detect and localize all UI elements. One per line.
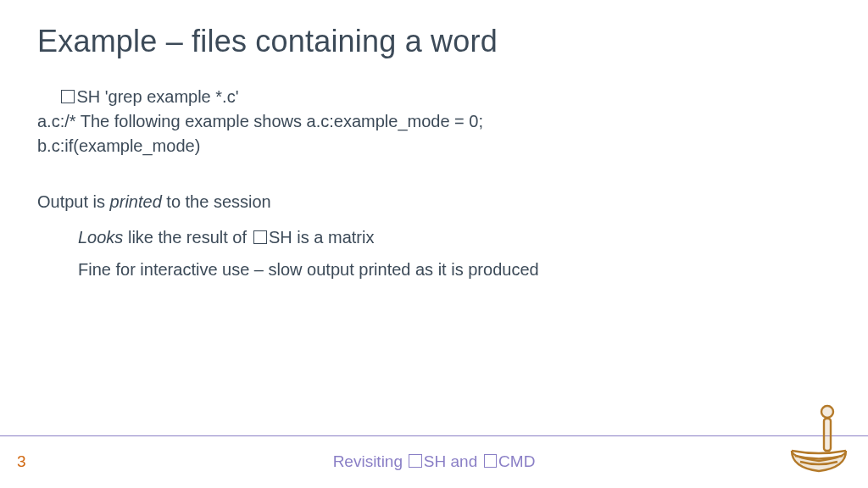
body-line-1: Output is printed to the session: [37, 187, 831, 216]
code-block: SH 'grep example *.c' a.c:/* The followi…: [37, 85, 831, 158]
text: SH is a matrix: [269, 228, 374, 247]
text-italic: Looks: [78, 228, 123, 247]
footer-divider: [0, 435, 868, 436]
code-command-text: SH 'grep example *.c': [76, 87, 238, 106]
slide-content: Example – files containing a word SH 'gr…: [0, 0, 868, 488]
text: CMD: [498, 452, 535, 470]
slide-title: Example – files containing a word: [37, 24, 831, 59]
text: Output is: [37, 192, 110, 211]
text: to the session: [162, 192, 271, 211]
code-output-line-2: b.c:if(example_mode): [37, 134, 831, 158]
svg-rect-1: [824, 419, 831, 451]
body-text: Output is printed to the session Looks l…: [37, 187, 831, 284]
body-line-2: Looks like the result of SH is a matrix: [78, 223, 831, 252]
svg-point-0: [821, 406, 833, 418]
quad-icon: [61, 90, 75, 103]
quad-icon: [253, 230, 267, 244]
hammer-logo-icon: [787, 402, 849, 476]
text-italic: printed: [110, 192, 162, 211]
slide: Example – files containing a word SH 'gr…: [0, 0, 868, 488]
text: SH and: [424, 452, 482, 470]
code-output-line-1: a.c:/* The following example shows a.c:e…: [37, 109, 831, 134]
slide-footer: 3 Revisiting SH and CMD: [0, 439, 868, 476]
body-line-3: Fine for interactive use – slow output p…: [78, 255, 831, 284]
text: Revisiting: [333, 452, 408, 470]
quad-icon: [409, 454, 422, 468]
code-command: SH 'grep example *.c': [59, 85, 831, 109]
text: like the result of: [123, 228, 251, 247]
footer-title: Revisiting SH and CMD: [0, 452, 868, 471]
quad-icon: [484, 454, 498, 468]
